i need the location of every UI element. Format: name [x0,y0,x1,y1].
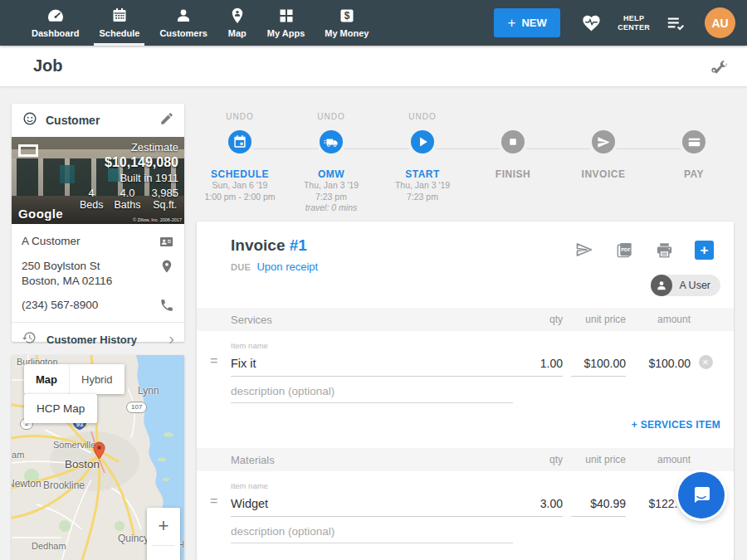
edit-pencil-icon[interactable] [159,111,174,129]
page-header: Job [0,46,747,87]
avatar[interactable]: AU [705,7,735,38]
add-services-row: + SERVICES ITEM [197,403,734,448]
send-icon [596,134,612,150]
step-omw: UNDO OMW Thu, Jan 3 '19 7:23 pm travel: … [281,104,381,214]
nav-item-dashboard[interactable]: Dashboard [22,0,89,46]
customer-name-row: A Customer [22,234,174,250]
unit-price-input[interactable] [571,497,626,517]
qty-column-header: qty [513,314,563,325]
item-name-label: Item name [231,481,513,490]
user-avatar-icon [651,275,672,296]
item-name-input[interactable] [231,357,513,377]
step-pay: PAY [644,104,744,180]
undo-button[interactable]: UNDO [281,112,381,124]
calendar-icon [232,134,248,150]
stat-value: 3,985 [151,187,178,199]
undo-button[interactable]: UNDO [190,112,290,124]
nav-right: + NEW HELP CENTER AU [494,0,747,46]
invoice-header: Invoice #1 DUE Upon receipt PDF + A User [197,222,734,308]
description-input[interactable] [231,517,513,543]
invoice-title-text: Invoice [231,236,285,254]
location-pin-icon[interactable] [156,259,174,274]
send-invoice-icon[interactable] [574,240,594,260]
step-invoice: INVOICE [554,104,653,180]
chat-launcher-button[interactable] [678,472,725,519]
remove-item-wrap: ✕ [691,355,720,377]
qty-field [513,496,563,517]
unit-price-input[interactable] [571,357,626,377]
add-services-item-link[interactable]: + SERVICES ITEM [632,419,720,431]
due-value-link[interactable]: Upon receipt [256,261,318,273]
undo-button[interactable]: UNDO [373,112,472,124]
step-travel: travel: 0 mins [281,202,381,214]
money-icon: $ [337,6,357,26]
nav-item-label: My Money [325,28,369,38]
add-invoice-button[interactable]: + [695,241,714,260]
remove-item-button[interactable]: ✕ [699,355,713,369]
new-button[interactable]: + NEW [494,8,560,37]
phone-icon[interactable] [156,298,174,313]
plus-icon: + [508,16,516,30]
map-label: Lynn [138,385,159,397]
job-tools-icon[interactable] [709,57,729,80]
nav-utility: HELP CENTER AU [580,7,735,38]
stat-value: 4 [80,187,104,199]
nav-item-label: Schedule [99,28,139,38]
map-type-map-button[interactable]: Map [24,364,69,394]
step-pay-circle[interactable] [679,127,709,157]
customer-card: Customer Zestimate $10,149,080 Built in … [12,104,184,342]
nav-item-schedule[interactable]: Schedule [89,0,149,46]
customers-icon [173,6,193,26]
zoom-in-button[interactable]: + [147,508,180,545]
map-label: Brookline [43,480,85,491]
nav-item-label: Dashboard [32,28,79,38]
hcp-map-button[interactable]: HCP Map [24,394,97,423]
item-name-input[interactable] [231,497,513,517]
step-date: Thu, Jan 3 '19 [281,180,381,192]
step-label: OMW [281,168,381,180]
step-time: 7:23 pm [281,192,381,203]
nav-item-label: My Apps [267,28,305,38]
zoom-out-button[interactable]: − [147,546,180,560]
step-start-circle[interactable] [408,127,437,157]
step-finish-circle[interactable] [498,127,528,157]
step-label: INVOICE [554,168,653,180]
invoice-due: DUE Upon receipt [231,261,318,273]
description-input[interactable] [231,377,513,403]
customer-name: A Customer [22,234,156,249]
pdf-icon[interactable]: PDF [615,241,634,260]
qty-input[interactable] [513,357,563,377]
nav-item-my-money[interactable]: $ My Money [315,0,378,46]
customer-card-title: Customer [46,114,152,127]
step-schedule-circle[interactable] [225,127,255,157]
map-zoom-control: + − [147,508,180,560]
help-center-button[interactable]: HELP CENTER [618,14,650,32]
undo-placeholder [554,112,653,124]
activity-list-icon[interactable] [665,12,686,34]
map-label: Dedham [32,541,66,551]
nav-item-my-apps[interactable]: My Apps [257,0,315,46]
step-invoice-circle[interactable] [588,127,618,157]
map-widget[interactable]: Burlington Lynn Somerville Boston ham Ne… [12,355,184,560]
nav-item-customers[interactable]: Customers [149,0,217,46]
qty-input[interactable] [513,497,563,517]
contact-card-icon[interactable] [156,234,174,250]
stat-sqft: 3,985 Sq.ft. [151,187,178,212]
address-line1: 250 Boylston St [22,259,156,274]
stat-beds: 4 Beds [80,187,104,212]
customer-history-button[interactable]: Customer History › [22,323,174,356]
health-heart-icon[interactable] [580,12,603,34]
step-omw-circle[interactable] [316,127,346,157]
property-photo[interactable]: Zestimate $10,149,080 Built in 1911 4 Be… [12,137,184,224]
map-type-hybrid-button[interactable]: Hybrid [69,364,124,394]
print-icon[interactable] [655,241,674,260]
map-label: Somerville [53,440,95,450]
assigned-user-chip[interactable]: A User [651,275,720,296]
nav-item-map[interactable]: Map [217,0,257,46]
stat-label: Sq.ft. [151,199,178,212]
drag-handle[interactable]: = [210,494,231,517]
section-name: Services [231,314,513,326]
drag-handle[interactable]: = [210,353,231,377]
chat-icon [690,484,713,507]
help-center-line1: HELP [618,14,650,23]
